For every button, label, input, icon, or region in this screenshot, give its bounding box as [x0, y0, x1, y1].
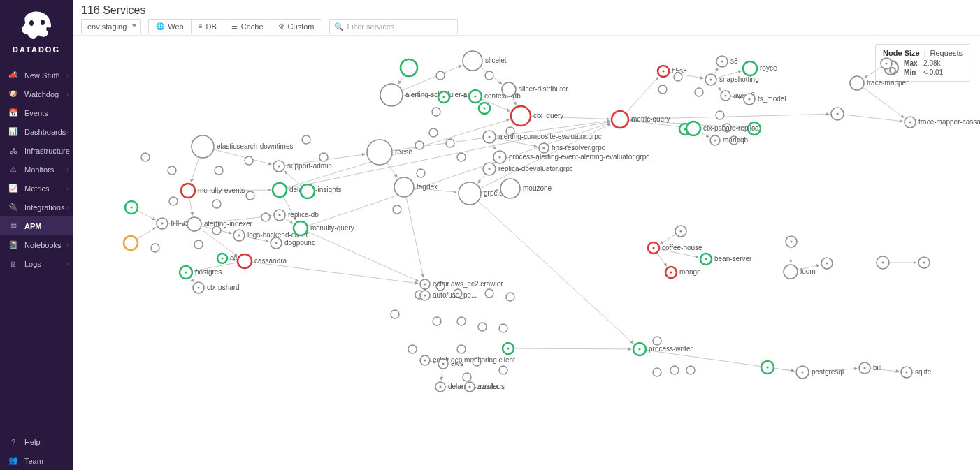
service-map-svg: elasticsearch-downtimesbill-usagealertin…: [73, 36, 980, 470]
node-postgres[interactable]: postgres: [180, 266, 222, 279]
node-a2[interactable]: [821, 258, 833, 269]
node-label: sqlite: [915, 368, 932, 376]
node-aws-logs[interactable]: aws.logs: [465, 382, 505, 392]
node-hns-resolver[interactable]: hns-resolver.grpc: [539, 143, 605, 153]
node-n-ec2[interactable]: eclair.aws_ec2.crawler: [420, 279, 503, 289]
node-n-g5[interactable]: [503, 343, 514, 354]
sidebar-item-help[interactable]: ?Help: [0, 432, 73, 451]
node-n-y1[interactable]: [124, 236, 138, 250]
type-button-custom[interactable]: ⚙Custom: [271, 20, 322, 34]
sidebar-item-notebooks[interactable]: 📓Notebooks›: [0, 235, 73, 254]
sidebar-item-watchdog[interactable]: 🐶Watchdog›: [0, 85, 73, 103]
node-label: replica-db: [288, 211, 319, 219]
node-label: mouzone: [523, 184, 552, 192]
type-button-web[interactable]: 🌐Web: [149, 20, 190, 34]
node-elasticsearch-downtimes[interactable]: elasticsearch-downtimes: [192, 135, 294, 158]
node-bean-server[interactable]: bean-server: [700, 254, 752, 265]
env-filter-dropdown[interactable]: env:staging: [81, 19, 141, 34]
node-dogpound[interactable]: dogpound: [271, 237, 316, 249]
node-h5s3[interactable]: h5s3: [658, 66, 687, 77]
sidebar-item-metrics[interactable]: 📈Metrics›: [0, 179, 73, 198]
svg-point-191: [714, 139, 716, 141]
node-green-big[interactable]: [401, 59, 417, 76]
node-label: cassandra: [254, 257, 287, 265]
svg-point-93: [417, 169, 425, 177]
node-n-g3[interactable]: [438, 91, 449, 103]
svg-point-94: [393, 205, 401, 214]
node-a1[interactable]: [786, 236, 797, 247]
node-reese[interactable]: reese: [367, 140, 412, 165]
node-replica-db[interactable]: replica-db: [274, 210, 319, 221]
node-a5[interactable]: [675, 226, 686, 237]
node-bill[interactable]: bill: [859, 362, 881, 374]
node-replica-dbevaluator[interactable]: replica-dbevaluator.grpc: [483, 163, 573, 175]
sidebar-item-new-stuff-[interactable]: 📣New Stuff!›: [0, 66, 73, 85]
svg-point-98: [485, 289, 493, 298]
node-royce[interactable]: royce: [743, 61, 777, 75]
node-slicelet[interactable]: slicelet: [463, 51, 507, 71]
node-label: support-admin: [287, 162, 332, 170]
nav-icon: 📣: [7, 71, 20, 80]
node-ts_model[interactable]: ts_model: [744, 94, 786, 105]
node-n-g6[interactable]: [761, 361, 774, 374]
sidebar-item-events[interactable]: 📅Events: [0, 103, 73, 122]
node-coffee-house[interactable]: coffee-house: [648, 242, 702, 254]
node-mcnulty-query[interactable]: mcnulty-query: [294, 221, 354, 235]
node-trace-mapper[interactable]: trace-mapper: [850, 76, 909, 90]
sidebar-item-infrastructure[interactable]: 🖧Infrastructure›: [0, 141, 73, 160]
sidebar-item-team[interactable]: 👥Team: [0, 451, 73, 470]
node-sqlite[interactable]: sqlite: [901, 367, 932, 378]
node-n-g1[interactable]: [125, 201, 138, 214]
node-ctx-pshard[interactable]: ctx-pshard: [193, 282, 240, 293]
node-tm-g1[interactable]: [831, 108, 844, 120]
node-n-g2[interactable]: [301, 184, 315, 198]
sidebar-item-apm[interactable]: ≋APM: [0, 216, 73, 235]
node-a4[interactable]: [918, 257, 930, 268]
node-alerting-scheduler-app[interactable]: alerting-scheduler-app: [380, 84, 475, 106]
sidebar-item-integrations[interactable]: 🔌Integrations›: [0, 198, 73, 216]
svg-point-108: [463, 373, 471, 381]
node-a3[interactable]: [877, 256, 889, 269]
node-cassandra[interactable]: cassandra: [238, 254, 287, 268]
node-label: elasticsearch-downtimes: [217, 142, 294, 150]
chevron-right-icon: ›: [66, 242, 69, 249]
node-eclair-gcp[interactable]: eclair.gcp.monitoring.client: [420, 355, 515, 365]
node-n-g4[interactable]: [479, 103, 490, 114]
sidebar-item-monitors[interactable]: ⚠Monitors›: [0, 160, 73, 179]
node-mouzone[interactable]: mouzone: [500, 179, 552, 198]
node-mcnulty-events[interactable]: mcnulty-events: [181, 184, 245, 198]
sidebar-item-dashboards[interactable]: 📊Dashboards›: [0, 122, 73, 141]
node-postgresql[interactable]: postgresql: [796, 366, 844, 379]
chevron-right-icon: ›: [66, 91, 69, 98]
sidebar-item-logs[interactable]: 🗎Logs›: [0, 254, 73, 273]
node-metric-query[interactable]: metric-query: [612, 111, 670, 128]
type-button-cache[interactable]: ☰Cache: [224, 20, 271, 34]
nav-label: Monitors: [24, 166, 54, 174]
svg-line-71: [398, 75, 404, 84]
svg-point-185: [724, 94, 726, 96]
service-map-graph[interactable]: elasticsearch-downtimesbill-usagealertin…: [73, 36, 980, 470]
type-button-db[interactable]: ≡DB: [191, 20, 224, 34]
svg-point-119: [653, 368, 661, 376]
node-mongo[interactable]: mongo: [665, 267, 701, 278]
node-process-alerting-evaluator[interactable]: process-alerting-event-alerting-evaluato…: [493, 151, 649, 163]
node-alerting-composite-evaluator[interactable]: alerting-composite-evaluator.grpc: [483, 131, 602, 143]
nav-label: Help: [24, 438, 41, 446]
node-aws[interactable]: aws: [438, 359, 463, 369]
node-ctx_query[interactable]: ctx_query: [511, 106, 563, 126]
svg-point-88: [446, 139, 454, 147]
node-tm-top[interactable]: [881, 58, 892, 69]
node-marloqb[interactable]: marloqb: [710, 135, 749, 145]
node-support-admin[interactable]: support-admin: [273, 161, 332, 172]
datadog-icon: [20, 10, 53, 43]
node-autouse[interactable]: auto/use_pe...: [420, 291, 477, 300]
node-ctx-pshard-replica[interactable]: ctx-pshard-replica: [686, 122, 759, 135]
node-slicer-distributor[interactable]: slicer-distributor: [502, 82, 568, 96]
filter-services-input[interactable]: 🔍 Filter services: [329, 19, 458, 34]
node-s3[interactable]: s3: [716, 56, 738, 67]
node-trace-mapper-cassandra[interactable]: trace-mapper-cassandra: [905, 117, 980, 128]
svg-line-64: [441, 369, 442, 380]
node-tagdex[interactable]: tagdex: [394, 177, 438, 197]
node-process-writer[interactable]: process-writer: [633, 343, 693, 355]
svg-point-147: [380, 84, 403, 106]
